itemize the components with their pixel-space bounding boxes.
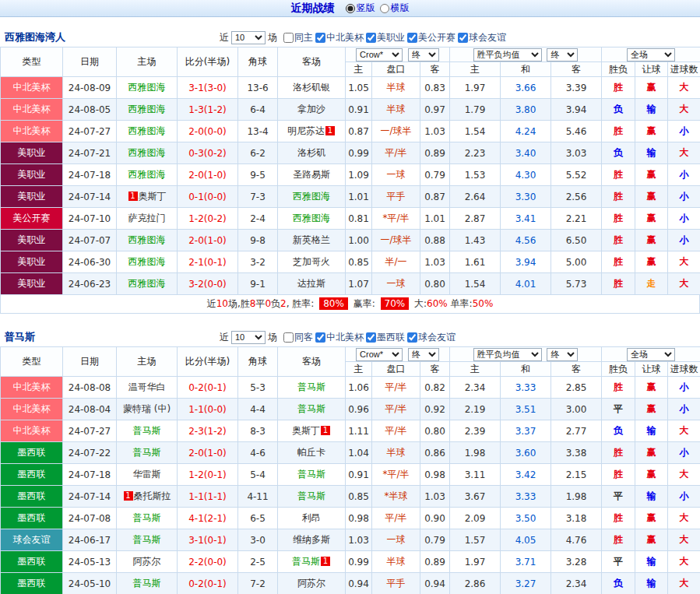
result-goals-cell: 大 — [668, 464, 700, 486]
avg-stage-select[interactable]: 终 — [547, 48, 578, 62]
match-row: 美职业24-07-18西雅图海2-0(1-0)9-5圣路易斯1.09一球0.79… — [1, 164, 700, 186]
filter-option[interactable]: 同主 — [283, 31, 313, 44]
avg-away-cell: 5.00 — [551, 251, 602, 273]
avg-away-cell: 4.76 — [551, 529, 602, 551]
corners-cell: 6-2 — [238, 142, 278, 164]
odds-away-cell: 0.87 — [420, 186, 450, 208]
sub-handicap-header: 盘口 — [372, 362, 420, 377]
games-count-select[interactable]: 10 — [231, 331, 266, 344]
col-date-header: 日期 — [63, 47, 117, 77]
filter-checkbox-input[interactable] — [283, 33, 294, 43]
avg-home-cell: 2.34 — [450, 377, 501, 399]
red-card-badge: 1 — [124, 491, 133, 501]
filter-checkbox-input[interactable] — [458, 33, 468, 43]
avg-draw-cell: 3.40 — [501, 142, 551, 164]
handicap-cell: 平手 — [372, 573, 420, 594]
odds-home-cell: 0.98 — [346, 508, 372, 529]
home-team-cell: 西雅图海 — [117, 121, 178, 142]
filter-checkbox-input[interactable] — [407, 332, 417, 343]
red-card-badge: 1 — [128, 192, 138, 201]
filter-option[interactable]: 中北美杯 — [315, 31, 364, 44]
odds-away-cell: 0.79 — [420, 529, 450, 551]
layout-radio-vertical-input[interactable] — [346, 4, 355, 13]
corners-cell: 4-6 — [238, 442, 278, 464]
red-card-badge: 1 — [321, 426, 330, 435]
score-cell: 1-1(0-0) — [178, 399, 238, 420]
filter-option[interactable]: 球会友谊 — [407, 331, 456, 344]
sections-container: 西雅图海湾人 近 10 场 同主中北美杯美职业美公开赛球会友谊 类型 — [0, 28, 700, 594]
result-handicap-cell: 输 — [635, 99, 668, 121]
odds-stage-select[interactable]: 终 — [408, 48, 439, 62]
avg-draw-cell: 3.60 — [501, 442, 551, 464]
result-wdl-cell: 平 — [602, 486, 635, 508]
avg-type-select[interactable]: 胜平负均值 — [473, 348, 542, 361]
filter-checkbox-input[interactable] — [283, 332, 294, 343]
home-team-name: 普马斯 — [133, 534, 161, 545]
filter-option[interactable]: 美公开赛 — [407, 31, 456, 44]
corners-cell: 13-6 — [238, 77, 278, 99]
match-row: 墨西联24-07-08普马斯4-1(2-1)6-5利昂0.98平/半0.902.… — [1, 508, 700, 529]
col-corner-header: 角球 — [238, 47, 278, 77]
match-row: 美职业24-07-21西雅图海0-3(0-2)6-2洛杉矶0.99平/半0.89… — [1, 142, 700, 164]
result-handicap-cell: 赢 — [635, 164, 668, 186]
layout-radio-horizontal-input[interactable] — [380, 4, 389, 13]
home-team-name: 阿苏尔 — [133, 556, 161, 567]
away-team-cell: 利昂 — [278, 508, 346, 529]
avg-home-cell: 1.79 — [450, 99, 501, 121]
away-team-cell: 普马斯 — [278, 464, 346, 486]
corners-cell: 2-4 — [238, 208, 278, 230]
match-row: 美职业24-07-07西雅图海2-0(1-0)9-8新英格兰1.00一/球半0.… — [1, 230, 700, 251]
avg-stage-select[interactable]: 终 — [547, 348, 578, 361]
avg-type-select[interactable]: 胜平负均值 — [473, 48, 542, 62]
league-cell: 中北美杯 — [1, 99, 63, 121]
red-card-badge: 1 — [325, 126, 335, 135]
odds-company-select[interactable]: Crow* — [356, 348, 403, 361]
result-goals-cell: 小 — [668, 208, 700, 230]
home-team-cell: 1奥斯丁 — [117, 186, 178, 208]
odds-away-cell: 0.83 — [420, 77, 450, 99]
col-let-header: 让球 — [635, 362, 668, 377]
summary-segment: , 胜率: — [287, 298, 318, 309]
header-row-top: 类型 日期 主场 比分(半场) 角球 客场 Crow* 终 — [1, 47, 700, 62]
date-cell: 24-06-30 — [63, 251, 117, 273]
odds-stage-select[interactable]: 终 — [408, 348, 439, 361]
avg-draw-cell: 3.51 — [501, 399, 551, 420]
fullmatch-select[interactable]: 全场 — [627, 348, 675, 361]
fullmatch-select[interactable]: 全场 — [627, 48, 675, 62]
filter-checkbox-input[interactable] — [366, 33, 376, 43]
filter-option[interactable]: 墨西联 — [366, 331, 405, 344]
layout-radio-vertical[interactable]: 竖版 — [346, 2, 375, 15]
avg-draw-cell: 4.56 — [501, 230, 551, 251]
result-goals-cell: 大 — [668, 551, 700, 573]
odds-away-cell: 0.89 — [420, 551, 450, 573]
filter-checkbox-label: 同客 — [294, 331, 313, 344]
col-home-header: 主场 — [117, 347, 178, 377]
home-team-name: 西雅图海 — [128, 256, 166, 267]
odds-home-cell: 0.96 — [346, 399, 372, 420]
odds-company-select[interactable]: Crow* — [356, 48, 403, 62]
handicap-cell: 一/球半 — [372, 121, 420, 142]
filter-option[interactable]: 美职业 — [366, 31, 405, 44]
col-goals-header: 进球数 — [668, 62, 700, 77]
league-cell: 墨西联 — [1, 464, 63, 486]
filter-option[interactable]: 中北美杯 — [315, 331, 364, 344]
avg-home-cell: 1.97 — [450, 77, 501, 99]
result-wdl-cell: 胜 — [602, 508, 635, 529]
avg-draw-cell: 3.33 — [501, 377, 551, 399]
filter-checkbox-input[interactable] — [366, 332, 376, 343]
games-count-select[interactable]: 10 — [231, 31, 266, 44]
layout-radio-horizontal[interactable]: 横版 — [380, 2, 410, 15]
filter-checkbox-input[interactable] — [407, 33, 417, 43]
avg-draw-cell: 3.42 — [501, 464, 551, 486]
filter-option[interactable]: 同客 — [283, 331, 313, 344]
odds-away-cell: 0.89 — [420, 142, 450, 164]
away-team-name: 拿加沙 — [297, 104, 325, 114]
filter-checkbox-input[interactable] — [315, 33, 325, 43]
home-team-name: 华雷斯 — [133, 469, 161, 480]
summary-segment: 2 — [280, 298, 287, 309]
avg-away-cell: 3.00 — [551, 399, 602, 420]
filter-checkbox-input[interactable] — [315, 332, 325, 343]
avg-home-cell: 1.57 — [450, 529, 501, 551]
home-team-cell: 1桑托斯拉 — [117, 486, 178, 508]
filter-option[interactable]: 球会友谊 — [458, 31, 506, 44]
